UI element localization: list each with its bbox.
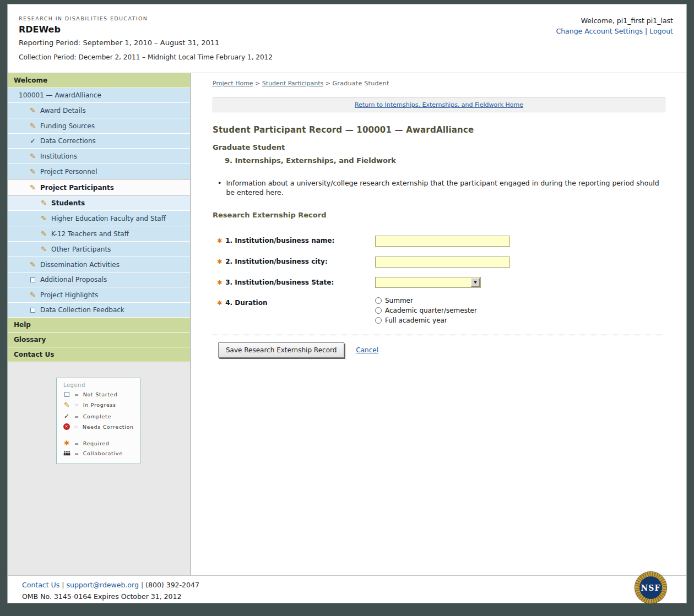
legend-label: Complete — [83, 413, 111, 419]
content-body: Welcome 100001 — AwardAlliance ✎Award De… — [8, 73, 686, 575]
sidebar-items: ✎Award Details✎Funding Sources✓Data Corr… — [8, 103, 190, 318]
sidebar-item-label: Additional Proposals — [40, 276, 107, 284]
sidebar-item-contact-us[interactable]: Contact Us — [8, 347, 190, 362]
sidebar-item-project-personnel[interactable]: ✎Project Personnel — [8, 164, 190, 179]
return-link[interactable]: Return to Internships, Externships, and … — [355, 101, 523, 108]
sidebar-item-help[interactable]: Help — [8, 318, 190, 332]
sidebar-item-other-participants[interactable]: ✎Other Participants — [8, 242, 190, 257]
reporting-period: Reporting Period: September 1, 2010 – Au… — [19, 39, 674, 47]
duration-radio-summer[interactable] — [375, 297, 382, 304]
change-account-settings-link[interactable]: Change Account Settings — [556, 27, 643, 35]
sidebar-item-award[interactable]: 100001 — AwardAlliance — [8, 88, 190, 103]
field-label-text: 3. Institution/business State: — [225, 279, 334, 286]
footer-contact-link[interactable]: Contact Us — [22, 581, 59, 589]
separator: | — [62, 581, 64, 589]
people-icon — [63, 450, 71, 456]
nsf-logo: NSF — [635, 572, 666, 603]
header: RESEARCH IN DISABILITIES EDUCATION RDEWe… — [8, 4, 686, 73]
footer: Contact Us|support@rdeweb.org|(800) 392-… — [8, 575, 686, 603]
check-icon: ✓ — [63, 412, 71, 420]
pencil-icon: ✎ — [29, 167, 36, 176]
sidebar-item-higher-education-faculty-and-staff[interactable]: ✎Higher Education Faculty and Staff — [8, 211, 190, 226]
form-row-institution-name: ✱ 1. Institution/business name: — [213, 235, 665, 247]
institution-city-input[interactable] — [375, 257, 510, 268]
check-icon: ✓ — [29, 137, 36, 145]
sidebar-item-k-12-teachers-and-staff[interactable]: ✎K-12 Teachers and Staff — [8, 226, 190, 242]
sidebar-item-glossary[interactable]: Glossary — [8, 332, 190, 347]
sidebar: Welcome 100001 — AwardAlliance ✎Award De… — [8, 73, 191, 575]
pencil-icon: ✎ — [29, 106, 36, 115]
sidebar-item-label: Students — [51, 199, 85, 207]
sidebar-item-welcome[interactable]: Welcome — [8, 73, 190, 88]
section-heading: 9. Internships, Externships, and Fieldwo… — [213, 156, 665, 165]
sidebar-item-data-collection-feedback[interactable]: Data Collection Feedback — [8, 303, 190, 318]
separator: | — [645, 27, 647, 35]
dropdown-arrow-icon[interactable]: ▼ — [471, 278, 480, 287]
breadcrumb-project-home[interactable]: Project Home — [213, 80, 253, 87]
equals-sign: = — [74, 424, 79, 430]
main-content: Project Home > Student Participants > Gr… — [191, 73, 686, 575]
legend-label: Not Started — [83, 391, 117, 397]
duration-option-academic-quarter-semester[interactable]: Academic quarter/semester — [375, 307, 477, 314]
logout-link[interactable]: Logout — [649, 27, 673, 35]
footer-links: Contact Us|support@rdeweb.org|(800) 392-… — [22, 581, 674, 589]
pencil-icon: ✎ — [63, 401, 71, 409]
sidebar-item-institutions[interactable]: ✎Institutions — [8, 149, 190, 164]
field-label: ✱ 4. Duration — [217, 297, 375, 307]
equals-sign: = — [74, 391, 79, 397]
bullet-icon: • — [218, 179, 221, 198]
sidebar-item-data-corrections[interactable]: ✓Data Corrections — [8, 134, 190, 149]
sidebar-item-dissemination-activities[interactable]: ✎Dissemination Activities — [8, 257, 190, 272]
sidebar-item-award-details[interactable]: ✎Award Details — [8, 103, 190, 118]
separator: | — [141, 581, 143, 589]
pencil-icon: ✎ — [40, 214, 47, 222]
cancel-link[interactable]: Cancel — [356, 346, 378, 354]
info-bullet: • Information about a university/college… — [213, 179, 665, 198]
nsf-logo-globe: NSF — [639, 576, 662, 599]
pencil-icon: ✎ — [29, 183, 36, 192]
sidebar-item-project-participants[interactable]: ✎Project Participants — [8, 179, 190, 195]
sidebar-item-label: Funding Sources — [40, 122, 95, 130]
field-label-text: 2. Institution/business city: — [225, 258, 328, 265]
sidebar-item-funding-sources[interactable]: ✎Funding Sources — [8, 118, 190, 134]
sidebar-item-label: Other Participants — [51, 246, 111, 253]
square-icon — [64, 392, 69, 397]
legend-label: Needs Correction — [83, 424, 134, 430]
field-label: ✱ 2. Institution/business city: — [217, 256, 375, 265]
welcome-text: Welcome, pi1_first pi1_last — [556, 17, 673, 25]
sidebar-item-additional-proposals[interactable]: Additional Proposals — [8, 272, 190, 287]
divider — [213, 335, 665, 335]
sidebar-item-project-highlights[interactable]: ✎Project Highlights — [8, 287, 190, 303]
legend-label: Collaborative — [83, 450, 123, 456]
legend-title: Legend — [63, 382, 135, 388]
omb-text: OMB No. 3145-0164 Expires October 31, 20… — [22, 592, 674, 601]
duration-radio-full-academic-year[interactable] — [375, 317, 382, 324]
required-asterisk-icon: ✱ — [217, 258, 222, 265]
save-button[interactable]: Save Research Externship Record — [218, 342, 344, 358]
info-bullet-text: Information about a university/college r… — [226, 179, 665, 198]
window-frame: RESEARCH IN DISABILITIES EDUCATION RDEWe… — [0, 0, 694, 616]
duration-option-full-academic-year[interactable]: Full academic year — [375, 317, 477, 324]
duration-option-summer[interactable]: Summer — [375, 297, 477, 304]
field-label-text: 1. Institution/business name: — [225, 237, 334, 244]
pencil-icon: ✎ — [40, 245, 47, 253]
sidebar-item-label: K-12 Teachers and Staff — [51, 230, 129, 238]
legend-item-collaborative: =Collaborative — [63, 450, 135, 456]
page: RESEARCH IN DISABILITIES EDUCATION RDEWe… — [8, 4, 686, 603]
duration-option-label: Summer — [385, 297, 413, 304]
institution-name-input[interactable] — [375, 236, 510, 247]
duration-radio-academic-quarter-semester[interactable] — [375, 307, 382, 314]
form-actions: Save Research Externship Record Cancel — [213, 342, 665, 358]
square-icon — [30, 277, 35, 282]
pencil-icon: ✎ — [29, 152, 36, 160]
field-label: ✱ 1. Institution/business name: — [217, 235, 375, 244]
sidebar-item-students[interactable]: ✎Students — [8, 195, 190, 211]
legend-item-needs-correction: ✕=Needs Correction — [63, 423, 135, 430]
required-asterisk-icon: ✱ — [217, 237, 222, 244]
sidebar-item-label: Project Highlights — [40, 291, 98, 299]
state-select[interactable]: ▼ — [375, 277, 481, 288]
breadcrumb-student-participants[interactable]: Student Participants — [262, 80, 323, 87]
pencil-icon: ✎ — [40, 199, 47, 207]
footer-email-link[interactable]: support@rdeweb.org — [67, 581, 139, 589]
breadcrumb-graduate-student: Graduate Student — [332, 80, 389, 87]
